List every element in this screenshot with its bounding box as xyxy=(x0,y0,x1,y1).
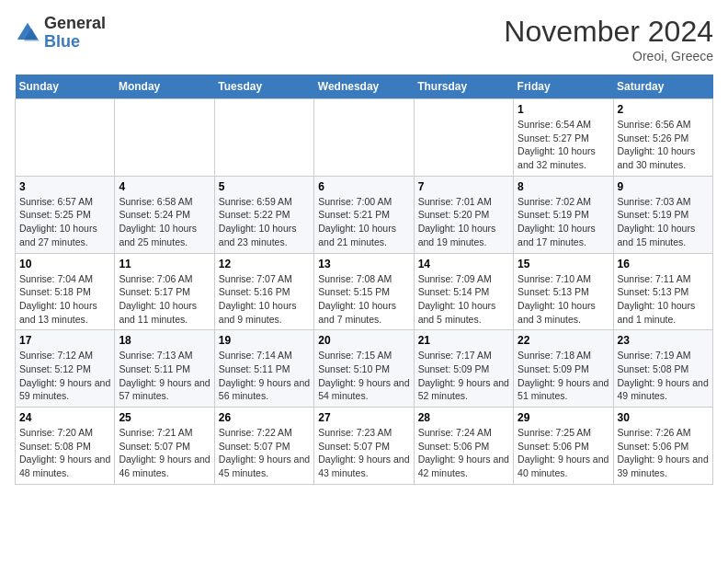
day-info: Sunrise: 7:24 AM Sunset: 5:06 PM Dayligh… xyxy=(418,426,509,480)
weekday-header-row: SundayMondayTuesdayWednesdayThursdayFrid… xyxy=(16,75,713,99)
calendar-cell: 14Sunrise: 7:09 AM Sunset: 5:14 PM Dayli… xyxy=(414,253,513,330)
day-number: 12 xyxy=(219,258,310,270)
calendar-table: SundayMondayTuesdayWednesdayThursdayFrid… xyxy=(15,75,713,485)
day-number: 17 xyxy=(19,334,110,347)
calendar-cell xyxy=(314,99,414,177)
calendar-cell: 19Sunrise: 7:14 AM Sunset: 5:11 PM Dayli… xyxy=(214,330,313,408)
day-number: 10 xyxy=(19,258,110,270)
day-number: 26 xyxy=(219,411,310,424)
day-info: Sunrise: 6:54 AM Sunset: 5:27 PM Dayligh… xyxy=(518,118,609,172)
calendar-cell: 7Sunrise: 7:01 AM Sunset: 5:20 PM Daylig… xyxy=(414,176,513,253)
page-header: General Blue November 2024 Oreoi, Greece xyxy=(15,15,713,63)
day-info: Sunrise: 7:10 AM Sunset: 5:13 PM Dayligh… xyxy=(518,272,609,327)
day-info: Sunrise: 7:14 AM Sunset: 5:11 PM Dayligh… xyxy=(219,349,310,403)
day-number: 6 xyxy=(318,180,409,193)
day-info: Sunrise: 7:00 AM Sunset: 5:21 PM Dayligh… xyxy=(318,195,409,249)
day-number: 20 xyxy=(318,334,409,347)
calendar-cell: 22Sunrise: 7:18 AM Sunset: 5:09 PM Dayli… xyxy=(514,330,613,408)
calendar-week-row: 3Sunrise: 6:57 AM Sunset: 5:25 PM Daylig… xyxy=(16,176,713,253)
day-info: Sunrise: 7:07 AM Sunset: 5:16 PM Dayligh… xyxy=(219,272,310,327)
day-number: 18 xyxy=(119,334,210,347)
day-info: Sunrise: 7:01 AM Sunset: 5:20 PM Dayligh… xyxy=(418,195,509,249)
calendar-cell: 17Sunrise: 7:12 AM Sunset: 5:12 PM Dayli… xyxy=(16,330,115,408)
day-info: Sunrise: 7:11 AM Sunset: 5:13 PM Dayligh… xyxy=(618,272,709,327)
weekday-header: Saturday xyxy=(613,75,712,99)
day-info: Sunrise: 7:21 AM Sunset: 5:07 PM Dayligh… xyxy=(119,426,210,480)
calendar-cell xyxy=(414,99,513,177)
day-info: Sunrise: 7:04 AM Sunset: 5:18 PM Dayligh… xyxy=(19,272,110,327)
day-info: Sunrise: 7:13 AM Sunset: 5:11 PM Dayligh… xyxy=(119,349,210,403)
logo-general-text: General xyxy=(44,14,106,32)
day-info: Sunrise: 6:58 AM Sunset: 5:24 PM Dayligh… xyxy=(119,195,210,249)
weekday-header: Monday xyxy=(115,75,214,99)
calendar-week-row: 10Sunrise: 7:04 AM Sunset: 5:18 PM Dayli… xyxy=(16,253,713,330)
day-number: 1 xyxy=(518,103,609,116)
calendar-cell xyxy=(214,99,313,177)
calendar-cell: 1Sunrise: 6:54 AM Sunset: 5:27 PM Daylig… xyxy=(514,99,613,177)
day-number: 24 xyxy=(19,411,110,424)
day-number: 9 xyxy=(618,180,709,193)
day-info: Sunrise: 7:06 AM Sunset: 5:17 PM Dayligh… xyxy=(119,272,210,327)
calendar-week-row: 24Sunrise: 7:20 AM Sunset: 5:08 PM Dayli… xyxy=(16,408,713,485)
calendar-cell: 23Sunrise: 7:19 AM Sunset: 5:08 PM Dayli… xyxy=(613,330,712,408)
calendar-cell: 16Sunrise: 7:11 AM Sunset: 5:13 PM Dayli… xyxy=(613,253,712,330)
day-number: 3 xyxy=(19,180,110,193)
calendar-cell: 10Sunrise: 7:04 AM Sunset: 5:18 PM Dayli… xyxy=(16,253,115,330)
logo: General Blue xyxy=(15,15,106,52)
day-number: 7 xyxy=(418,180,509,193)
calendar-week-row: 17Sunrise: 7:12 AM Sunset: 5:12 PM Dayli… xyxy=(16,330,713,408)
weekday-header: Friday xyxy=(514,75,613,99)
calendar-cell: 3Sunrise: 6:57 AM Sunset: 5:25 PM Daylig… xyxy=(16,176,115,253)
day-number: 22 xyxy=(518,334,609,347)
day-number: 16 xyxy=(618,258,709,270)
day-info: Sunrise: 7:18 AM Sunset: 5:09 PM Dayligh… xyxy=(518,349,609,403)
calendar-cell: 13Sunrise: 7:08 AM Sunset: 5:15 PM Dayli… xyxy=(314,253,414,330)
day-number: 21 xyxy=(418,334,509,347)
day-number: 14 xyxy=(418,258,509,270)
calendar-cell: 11Sunrise: 7:06 AM Sunset: 5:17 PM Dayli… xyxy=(115,253,214,330)
location: Oreoi, Greece xyxy=(504,49,713,63)
calendar-cell: 4Sunrise: 6:58 AM Sunset: 5:24 PM Daylig… xyxy=(115,176,214,253)
calendar-cell: 30Sunrise: 7:26 AM Sunset: 5:06 PM Dayli… xyxy=(613,408,712,485)
day-info: Sunrise: 7:03 AM Sunset: 5:19 PM Dayligh… xyxy=(618,195,709,249)
day-info: Sunrise: 7:25 AM Sunset: 5:06 PM Dayligh… xyxy=(518,426,609,480)
day-number: 8 xyxy=(518,180,609,193)
logo-icon xyxy=(15,20,40,46)
day-info: Sunrise: 7:23 AM Sunset: 5:07 PM Dayligh… xyxy=(318,426,409,480)
day-number: 5 xyxy=(219,180,310,193)
calendar-cell: 9Sunrise: 7:03 AM Sunset: 5:19 PM Daylig… xyxy=(613,176,712,253)
day-info: Sunrise: 7:02 AM Sunset: 5:19 PM Dayligh… xyxy=(518,195,609,249)
day-number: 25 xyxy=(119,411,210,424)
calendar-cell: 6Sunrise: 7:00 AM Sunset: 5:21 PM Daylig… xyxy=(314,176,414,253)
day-info: Sunrise: 6:57 AM Sunset: 5:25 PM Dayligh… xyxy=(19,195,110,249)
calendar-cell xyxy=(115,99,214,177)
calendar-cell: 8Sunrise: 7:02 AM Sunset: 5:19 PM Daylig… xyxy=(514,176,613,253)
weekday-header: Thursday xyxy=(414,75,513,99)
calendar-cell: 12Sunrise: 7:07 AM Sunset: 5:16 PM Dayli… xyxy=(214,253,313,330)
day-number: 15 xyxy=(518,258,609,270)
calendar-cell: 20Sunrise: 7:15 AM Sunset: 5:10 PM Dayli… xyxy=(314,330,414,408)
day-info: Sunrise: 7:12 AM Sunset: 5:12 PM Dayligh… xyxy=(19,349,110,403)
day-number: 19 xyxy=(219,334,310,347)
day-info: Sunrise: 6:56 AM Sunset: 5:26 PM Dayligh… xyxy=(618,118,709,172)
title-block: November 2024 Oreoi, Greece xyxy=(504,15,713,63)
day-number: 29 xyxy=(518,411,609,424)
calendar-cell: 27Sunrise: 7:23 AM Sunset: 5:07 PM Dayli… xyxy=(314,408,414,485)
month-title: November 2024 xyxy=(504,15,713,49)
day-number: 4 xyxy=(119,180,210,193)
calendar-cell: 29Sunrise: 7:25 AM Sunset: 5:06 PM Dayli… xyxy=(514,408,613,485)
day-info: Sunrise: 7:09 AM Sunset: 5:14 PM Dayligh… xyxy=(418,272,509,327)
day-number: 2 xyxy=(618,103,709,116)
day-info: Sunrise: 6:59 AM Sunset: 5:22 PM Dayligh… xyxy=(219,195,310,249)
day-info: Sunrise: 7:15 AM Sunset: 5:10 PM Dayligh… xyxy=(318,349,409,403)
calendar-cell: 28Sunrise: 7:24 AM Sunset: 5:06 PM Dayli… xyxy=(414,408,513,485)
day-number: 23 xyxy=(618,334,709,347)
day-number: 13 xyxy=(318,258,409,270)
day-number: 30 xyxy=(618,411,709,424)
day-info: Sunrise: 7:19 AM Sunset: 5:08 PM Dayligh… xyxy=(618,349,709,403)
calendar-cell: 26Sunrise: 7:22 AM Sunset: 5:07 PM Dayli… xyxy=(214,408,313,485)
calendar-cell xyxy=(16,99,115,177)
day-info: Sunrise: 7:20 AM Sunset: 5:08 PM Dayligh… xyxy=(19,426,110,480)
calendar-cell: 15Sunrise: 7:10 AM Sunset: 5:13 PM Dayli… xyxy=(514,253,613,330)
day-info: Sunrise: 7:22 AM Sunset: 5:07 PM Dayligh… xyxy=(219,426,310,480)
